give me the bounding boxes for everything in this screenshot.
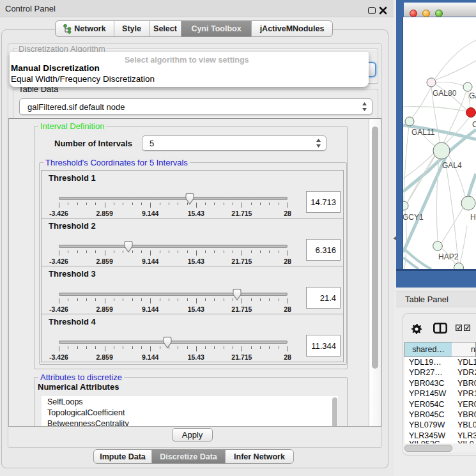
svg-text:GAL4: GAL4 — [442, 161, 462, 170]
svg-text:GAL80: GAL80 — [433, 89, 457, 98]
svg-text:GCY1: GCY1 — [403, 213, 424, 222]
svg-text:GA: GA — [469, 91, 476, 100]
svg-text:GAL11: GAL11 — [411, 128, 435, 137]
svg-text:H: H — [470, 213, 476, 222]
svg-text:C: C — [472, 120, 476, 129]
svg-text:HAP2: HAP2 — [438, 252, 459, 261]
